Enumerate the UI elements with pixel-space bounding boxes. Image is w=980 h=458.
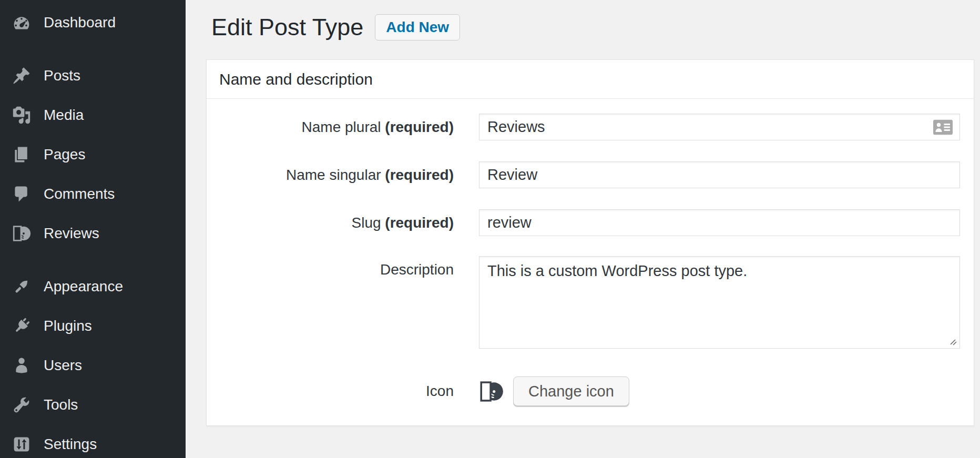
field-row-name-plural: Name plural (required)	[207, 114, 960, 140]
sliders-icon	[12, 435, 31, 454]
name-plural-input[interactable]	[479, 114, 960, 140]
sidebar-item-label: Pages	[44, 147, 85, 162]
name-description-panel: Name and description Name plural (requir…	[206, 59, 974, 426]
main-content: Edit Post Type Add New Name and descript…	[186, 0, 980, 458]
field-row-description: Description This is a custom WordPress p…	[207, 256, 960, 351]
slug-input[interactable]	[479, 209, 960, 236]
sidebar-item-label: Comments	[44, 187, 115, 201]
panel-title: Name and description	[207, 60, 974, 99]
sidebar-item-plugins[interactable]: Plugins	[0, 306, 186, 345]
sidebar-item-appearance[interactable]: Appearance	[0, 267, 186, 306]
admin-sidebar: Dashboard Posts Media Pages Comments	[0, 0, 186, 458]
textarea-resize-handle[interactable]	[948, 337, 958, 347]
name-singular-input[interactable]	[479, 161, 960, 188]
sidebar-item-label: Dashboard	[44, 15, 116, 30]
wordpress-admin: Dashboard Posts Media Pages Comments	[0, 0, 980, 458]
dashboard-icon	[12, 13, 31, 32]
sidebar-item-comments[interactable]: Comments	[0, 174, 186, 213]
pages-icon	[12, 145, 31, 164]
field-row-slug: Slug (required)	[207, 209, 960, 236]
sidebar-item-dashboard[interactable]: Dashboard	[0, 3, 186, 42]
sidebar-item-label: Tools	[44, 398, 78, 412]
person-icon	[12, 356, 31, 375]
add-new-button[interactable]: Add New	[375, 14, 460, 40]
sidebar-item-media[interactable]: Media	[0, 95, 186, 135]
pushpin-icon	[12, 66, 31, 85]
sidebar-item-reviews[interactable]: Reviews	[0, 213, 186, 253]
sidebar-item-pages[interactable]: Pages	[0, 135, 186, 174]
sidebar-item-tools[interactable]: Tools	[0, 385, 186, 424]
album-icon	[12, 224, 31, 243]
field-label-icon: Icon	[207, 376, 479, 406]
field-label-name-singular: Name singular (required)	[207, 161, 479, 188]
current-post-type-album-icon	[479, 379, 504, 404]
sidebar-item-settings[interactable]: Settings	[0, 424, 186, 458]
plug-icon	[12, 317, 31, 335]
field-row-name-singular: Name singular (required)	[207, 161, 960, 188]
paint-brush-icon	[12, 277, 31, 296]
contact-card-autofill-icon[interactable]	[933, 119, 953, 135]
wrench-icon	[12, 395, 31, 414]
field-label-name-plural: Name plural (required)	[207, 114, 479, 140]
sidebar-item-label: Settings	[44, 437, 97, 452]
sidebar-item-label: Media	[44, 108, 84, 123]
field-row-icon: Icon Change icon	[207, 376, 960, 406]
description-textarea[interactable]: This is a custom WordPress post type.	[479, 256, 960, 349]
sidebar-item-label: Plugins	[44, 319, 92, 333]
page-title: Edit Post Type	[211, 14, 363, 41]
sidebar-item-label: Users	[44, 358, 82, 373]
panel-body: Name plural (required)	[207, 99, 974, 425]
sidebar-item-label: Reviews	[44, 226, 99, 241]
camera-icon	[12, 106, 31, 125]
sidebar-item-users[interactable]: Users	[0, 345, 186, 385]
sidebar-item-label: Appearance	[44, 279, 123, 294]
comment-bubble-icon	[12, 185, 31, 203]
field-label-slug: Slug (required)	[207, 209, 479, 236]
page-header: Edit Post Type Add New	[186, 0, 980, 42]
sidebar-item-posts[interactable]: Posts	[0, 56, 186, 95]
sidebar-item-label: Posts	[44, 68, 80, 83]
field-label-description: Description	[207, 256, 479, 351]
change-icon-button[interactable]: Change icon	[513, 376, 629, 406]
